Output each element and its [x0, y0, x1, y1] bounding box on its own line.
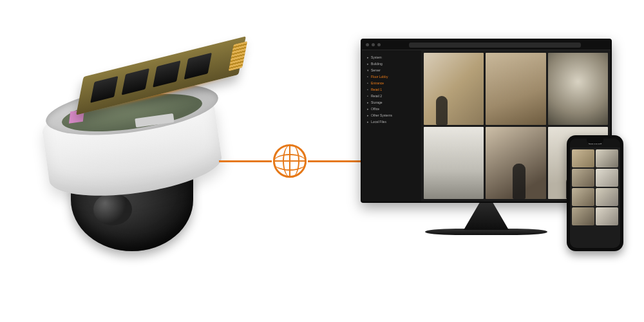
connection-line-right [308, 160, 361, 162]
tree-item: ▸Building [365, 61, 419, 67]
camera-with-ssd-illustration [26, 32, 232, 277]
phone-camera-thumbnail [596, 169, 618, 187]
tree-expand-icon: • [366, 93, 370, 99]
tree-item: ▸System [365, 54, 419, 61]
tree-item-label: Office [371, 107, 379, 111]
tree-item-label: Retail 1 [371, 88, 382, 91]
tree-item-label: System [371, 55, 382, 59]
tree-item-label: Floor Lobby [371, 75, 388, 79]
phone-camera-thumbnail [596, 188, 618, 206]
phone-thumbnail-grid [570, 147, 620, 248]
ssd-nand-chip [184, 53, 212, 80]
tree-item-label: Local Files [371, 120, 386, 124]
device-tree-sidebar: ▸System▸Building▾Server•Floor Lobby•Entr… [362, 50, 421, 202]
phone-camera-thumbnail [596, 207, 618, 225]
phone-camera-thumbnail [596, 149, 618, 167]
phone-camera-thumbnail [572, 207, 594, 225]
camera-feed [424, 53, 484, 125]
window-control-icon [372, 43, 375, 46]
phone-camera-thumbnail [572, 169, 594, 187]
tree-item-label: Retail 2 [371, 94, 382, 98]
camera-feed [486, 53, 545, 125]
globe-icon [273, 144, 307, 178]
ssd-nand-chip [153, 61, 180, 88]
tree-item: •Retail 2 [365, 93, 419, 99]
ssd-nand-chip [90, 76, 118, 103]
tree-expand-icon: ▸ [366, 106, 370, 111]
tree-item: ▸Office [365, 106, 419, 112]
tree-item: ▸Other Systems [365, 112, 419, 118]
camera-feed [548, 53, 608, 125]
phone-camera-thumbnail [572, 149, 594, 167]
app-titlebar [362, 40, 611, 50]
tree-expand-icon: ▸ [366, 119, 370, 124]
tree-expand-icon: ▾ [366, 68, 370, 73]
tree-item: ▸Storage [365, 99, 419, 106]
tree-expand-icon: ▸ [366, 100, 370, 105]
ssd-connector-pins [229, 41, 247, 71]
tree-expand-icon: ▸ [366, 61, 370, 66]
camera-feed [486, 127, 545, 199]
tree-item-label: Storage [371, 100, 383, 104]
tree-expand-icon: ▸ [366, 113, 370, 118]
tree-item: •Floor Lobby [365, 73, 419, 80]
phone-camera-thumbnail [572, 188, 594, 206]
camera-feed [424, 127, 484, 199]
tree-expand-icon: • [366, 87, 370, 92]
network-connection [219, 144, 361, 178]
tree-item: ▾Server [365, 67, 419, 73]
window-control-icon [377, 43, 381, 46]
tree-item-label: Server [371, 68, 381, 72]
tree-item-label: Entrance [371, 81, 384, 85]
address-bar [409, 43, 581, 48]
tree-expand-icon: • [366, 74, 370, 79]
phone-screen: Cameras [570, 138, 620, 248]
tree-item: •Retail 1 [365, 86, 419, 93]
tree-expand-icon: ▸ [366, 55, 370, 60]
tree-item: ▸Local Files [365, 118, 419, 125]
ssd-nand-chip [122, 68, 149, 95]
tree-item-label: Other Systems [371, 113, 392, 117]
mobile-phone: Cameras [567, 135, 623, 251]
window-control-icon [366, 43, 369, 46]
tree-expand-icon: • [366, 80, 370, 86]
phone-notch [587, 138, 603, 144]
tree-item-label: Building [371, 62, 383, 66]
tree-item: •Entrance [365, 80, 419, 86]
connection-line-left [219, 160, 272, 162]
monitor-stand [464, 203, 509, 230]
